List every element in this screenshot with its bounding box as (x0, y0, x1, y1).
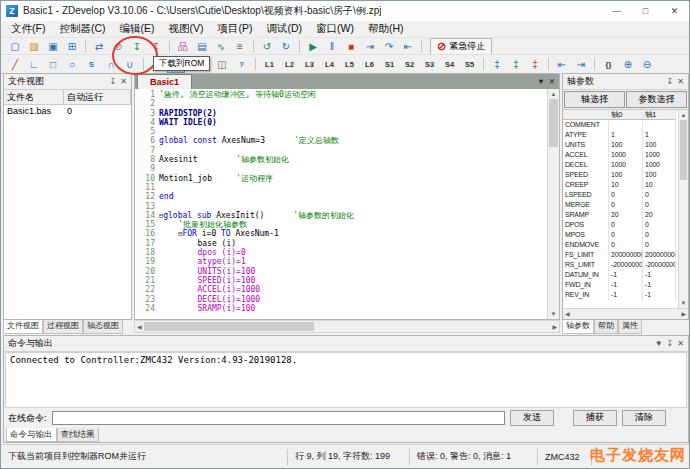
axis-param-cell[interactable]: UNITS (563, 140, 609, 150)
axis-column-header[interactable] (563, 110, 609, 120)
axis-value-cell[interactable] (609, 120, 643, 130)
axis-value-cell[interactable]: 10 (643, 180, 676, 190)
axis-value-cell[interactable]: 1000 (609, 150, 643, 160)
axis-param-cell[interactable]: ENDMOVE (563, 240, 609, 250)
axis-value-cell[interactable]: 0 (609, 240, 643, 250)
pin-icon[interactable]: ↧ (667, 77, 674, 86)
axis-value-cell[interactable]: 100 (643, 140, 676, 150)
axis-value-cell[interactable]: -1 (609, 290, 643, 300)
new-file-icon[interactable]: ▢ (6, 38, 24, 55)
axis-value-cell[interactable]: 0 (609, 230, 643, 240)
label-l6-icon[interactable]: L6 (360, 56, 379, 73)
axis-table-vertical-scrollbar[interactable]: ▲ ▼ (678, 110, 688, 308)
file-row[interactable]: Basic1.bas0 (4, 105, 131, 118)
breakpoint-toggle-icon[interactable]: ‡ (488, 56, 506, 73)
label-l2-icon[interactable]: L2 (280, 56, 299, 73)
scurve-tool-icon[interactable]: S (82, 56, 101, 73)
bottom-tab-1[interactable]: 查找结果 (57, 428, 99, 442)
maximize-button[interactable]: □ (631, 1, 660, 21)
axis-value-cell[interactable]: 100 (643, 170, 676, 180)
right-tab-1[interactable]: 帮助 (594, 320, 618, 334)
scroll-down-icon[interactable]: ▼ (681, 299, 687, 307)
download-to-ram-icon[interactable]: ↧ (128, 38, 146, 55)
axis-value-cell[interactable]: 0 (609, 190, 643, 200)
axis-value-cell[interactable]: 0 (609, 220, 643, 230)
right-tab-0[interactable]: 轴参数 (562, 320, 594, 334)
close-document-icon[interactable]: ✕ (549, 77, 555, 86)
editor-tab-basic1[interactable]: Basic1 (137, 74, 192, 89)
menu-item-1[interactable]: 控制器(C) (52, 22, 112, 36)
editor-horizontal-scrollbar[interactable]: ◀ ▶ (134, 320, 560, 333)
axis-param-cell[interactable]: SRAMP (563, 210, 609, 220)
scrollbar-thumb[interactable] (680, 120, 687, 180)
axis-param-cell[interactable]: ATYPE (563, 130, 609, 140)
axis-param-cell[interactable]: COMMENT (563, 120, 609, 130)
stop-icon[interactable]: ■ (342, 38, 360, 55)
axis-param-cell[interactable]: MPOS (563, 230, 609, 240)
circle-tool-icon[interactable]: ○ (63, 56, 81, 73)
close-icon[interactable]: ✕ (120, 77, 127, 86)
axis-value-cell[interactable]: 20 (609, 210, 643, 220)
axis-value-cell[interactable]: 0 (643, 240, 676, 250)
editor-vertical-scrollbar[interactable]: ▲ ▼ (547, 89, 559, 319)
axis-value-cell[interactable]: 200000000 (643, 250, 676, 260)
jump-back-icon[interactable]: ⇤ (553, 56, 571, 73)
emergency-stop-button[interactable]: ⊘ 紧急停止 (430, 38, 492, 55)
scroll-up-icon[interactable]: ▲ (681, 111, 687, 119)
axis-value-cell[interactable]: 20 (643, 210, 676, 220)
zoom-out-icon[interactable]: ⊖ (638, 56, 656, 73)
axis-param-cell[interactable]: ACCEL (563, 150, 609, 160)
param-select-button[interactable]: 参数选择 (626, 91, 687, 108)
axis-param-cell[interactable]: MERGE (563, 200, 609, 210)
breakpoint-clear-icon[interactable]: ‡ (526, 56, 544, 73)
reload-icon[interactable]: ↻ (277, 38, 295, 55)
axis-select-button[interactable]: 轴选择 (564, 91, 625, 108)
step-into-icon[interactable]: ⇥ (361, 38, 379, 55)
label-s1-icon[interactable]: S1 (380, 56, 399, 73)
send-button[interactable]: 发送 (510, 410, 554, 426)
axis-value-cell[interactable]: 0 (643, 220, 676, 230)
axis-value-cell[interactable]: 10 (609, 180, 643, 190)
axis-value-cell[interactable]: 1 (643, 130, 676, 140)
output-log[interactable]: Connected to Controller:ZMC432 Version:4… (5, 352, 687, 408)
polyline-tool-icon[interactable]: ∟ (25, 56, 43, 73)
left-tab-1[interactable]: 过程视图 (43, 320, 83, 334)
open-file-icon[interactable]: ▨ (25, 38, 43, 55)
menu-item-5[interactable]: 调试(D) (260, 22, 310, 36)
axis-param-cell[interactable]: DECEL (563, 160, 609, 170)
axis-table-horizontal-scrollbar[interactable]: ◀ ▶ (563, 308, 688, 319)
menu-item-4[interactable]: 项目(P) (211, 22, 260, 36)
label-s3-icon[interactable]: S3 (420, 56, 439, 73)
line-tool-icon[interactable]: ╱ (6, 56, 24, 73)
pause-icon[interactable]: ‖ (323, 38, 341, 55)
arc-tool-icon[interactable]: ∩ (102, 56, 120, 73)
axis-param-cell[interactable]: FWD_IN (563, 280, 609, 290)
monitor-view-icon[interactable]: ▤ (193, 38, 211, 55)
axis-param-cell[interactable]: RS_LIMIT (563, 260, 609, 270)
bottom-tab-0[interactable]: 命令与输出 (6, 428, 57, 442)
save-file-icon[interactable]: ▣ (44, 38, 62, 55)
axis-value-cell[interactable]: -1 (609, 270, 643, 280)
scroll-up-icon[interactable]: ▲ (551, 90, 557, 98)
axis-value-cell[interactable]: 0 (643, 200, 676, 210)
close-button[interactable]: ✕ (660, 1, 689, 21)
label-l1-icon[interactable]: L1 (260, 56, 279, 73)
axis-value-cell[interactable]: -1 (609, 280, 643, 290)
jump-forward-icon[interactable]: ⇥ (572, 56, 590, 73)
scroll-down-icon[interactable]: ▼ (551, 310, 557, 318)
menu-item-7[interactable]: 帮助(H) (361, 22, 411, 36)
capture-button[interactable]: 捕获 (573, 410, 617, 426)
label-s4-icon[interactable]: S4 (440, 56, 459, 73)
axis-value-cell[interactable]: 100 (609, 140, 643, 150)
label-s2-icon[interactable]: S2 (400, 56, 419, 73)
code-editor[interactable]: 1'急停, 清空运动缓冲区, 等待轴0运动空闲23RAPIDSTOP(2)4WA… (135, 89, 547, 319)
axis-param-cell[interactable]: SPEED (563, 170, 609, 180)
save-all-icon[interactable]: ⊞ (63, 38, 81, 55)
scrollbar-thumb[interactable] (549, 99, 558, 147)
run-icon[interactable]: ▶ (304, 38, 322, 55)
menu-item-2[interactable]: 编辑(E) (113, 22, 162, 36)
axis-value-cell[interactable]: 200000000 (609, 250, 643, 260)
scroll-right-icon[interactable]: ▶ (552, 323, 557, 331)
scroll-left-icon[interactable]: ◀ (565, 310, 570, 318)
ushape-tool-icon[interactable]: ∪ (121, 56, 139, 73)
